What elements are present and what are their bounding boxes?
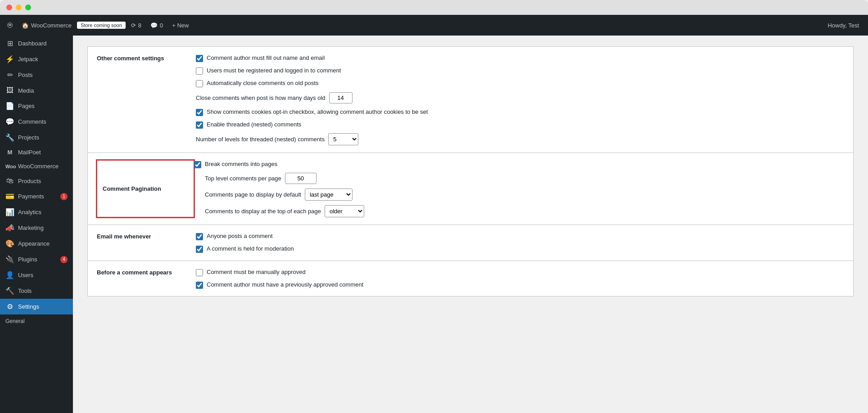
comments-per-page-input[interactable] [285,173,316,184]
new-content-button[interactable]: + New [168,20,192,31]
sidebar-item-jetpack[interactable]: ⚡ Jetpack [0,51,73,67]
sidebar-label: MailPoet [18,149,41,156]
checkbox-author-name-email[interactable] [196,55,203,62]
home-link[interactable]: 🏠 WooCommerce [18,20,75,31]
checkbox-row-cookies-opt-in: Show comments cookies opt-in checkbox, a… [196,108,844,116]
projects-icon: 🔧 [5,133,14,142]
settings-row-comment-pagination: Comment Pagination Break comments into p… [88,153,853,224]
sidebar-label: Analytics [18,209,41,215]
display-top-select[interactable]: oldernewer [325,205,364,217]
media-icon: 🖼 [5,86,14,94]
marketing-icon: 📣 [5,224,14,232]
subsection-indent-pagination: Top level comments per page Comments pag… [194,173,844,217]
checkbox-label-cookies-opt-in: Show comments cookies opt-in checkbox, a… [207,108,428,116]
checkbox-row-threaded-comments: Enable threaded (nested) comments [196,121,844,129]
store-coming-soon-badge[interactable]: Store coming soon [77,22,126,29]
checkbox-held-for-moderation[interactable] [196,246,203,253]
sidebar-label: Marketing [18,224,44,231]
checkbox-label-anyone-posts: Anyone posts a comment [207,232,273,240]
users-icon: 👤 [5,271,14,279]
checkbox-label-held-for-moderation: A comment is held for moderation [207,245,294,253]
checkbox-previously-approved[interactable] [196,282,203,289]
checkbox-cookies-opt-in[interactable] [196,109,203,116]
sidebar-label: WooCommerce [18,163,59,170]
checkbox-manually-approved[interactable] [196,269,203,276]
tools-icon: 🔨 [5,287,14,295]
sidebar-item-comments[interactable]: 💬 Comments [0,114,73,130]
section-label-email-whenever: Email me whenever [97,232,196,253]
jetpack-icon: ⚡ [5,55,14,63]
sidebar-item-plugins[interactable]: 🔌 Plugins 4 [0,251,73,267]
checkbox-label-threaded-comments: Enable threaded (nested) comments [207,121,301,129]
maximize-button[interactable] [25,4,31,10]
wp-logo[interactable]: W [4,19,16,31]
woocommerce-icon: Woo [5,164,14,169]
sidebar-item-users[interactable]: 👤 Users [0,267,73,283]
window-chrome [0,0,868,15]
checkbox-registered-logged-in[interactable] [196,67,203,75]
checkbox-row-previously-approved: Comment author must have a previously ap… [196,281,844,289]
close-button[interactable] [6,4,12,10]
sidebar-item-tools[interactable]: 🔨 Tools [0,283,73,299]
default-page-select[interactable]: first pagelast page [305,189,353,201]
sidebar-label: Posts [18,72,33,78]
checkbox-row-auto-close: Automatically close comments on old post… [196,79,844,87]
settings-content-comment-pagination: Break comments into pages Top level comm… [194,160,844,217]
checkbox-threaded-comments[interactable] [196,121,203,129]
dashboard-icon: ⊞ [5,39,14,48]
checkbox-row-registered-logged-in: Users must be registered and logged in t… [196,67,844,75]
sidebar-item-marketing[interactable]: 📣 Marketing [0,220,73,236]
settings-section-email-whenever: Email me whenever Anyone posts a comment… [87,225,854,260]
sidebar-footer-general[interactable]: General [0,314,73,328]
sidebar-item-projects[interactable]: 🔧 Projects [0,130,73,145]
sidebar-item-pages[interactable]: 📄 Pages [0,98,73,114]
sidebar-label: Users [18,272,33,278]
sidebar-item-settings[interactable]: ⚙ Settings [0,299,73,314]
sidebar-item-analytics[interactable]: 📊 Analytics [0,204,73,220]
sidebar-label: Plugins [18,256,37,263]
home-icon: 🏠 [22,22,29,29]
checkbox-break-into-pages[interactable] [194,161,201,168]
appearance-icon: 🎨 [5,239,14,248]
payments-badge: 1 [60,193,68,200]
sidebar-item-mailpoet[interactable]: M MailPoet [0,145,73,159]
close-days-input[interactable] [329,92,353,103]
settings-content-email-whenever: Anyone posts a comment A comment is held… [196,232,844,253]
updates-icon: ⟳ [131,22,136,29]
sidebar-item-payments[interactable]: 💳 Payments 1 [0,189,73,204]
checkbox-label-break-into-pages: Break comments into pages [205,160,277,168]
settings-row-before-comment: Before a comment appears Comment must be… [88,261,853,296]
sidebar-label: Jetpack [18,56,38,63]
checkbox-label-previously-approved: Comment author must have a previously ap… [207,281,363,289]
payments-icon: 💳 [5,192,14,201]
checkbox-row-anyone-posts: Anyone posts a comment [196,232,844,240]
minimize-button[interactable] [16,4,22,10]
sidebar-item-woocommerce[interactable]: Woo WooCommerce [0,159,73,173]
sidebar-label: Tools [18,287,32,294]
home-label: WooCommerce [31,22,72,29]
checkbox-row-manually-approved: Comment must be manually approved [196,268,844,276]
pages-icon: 📄 [5,102,14,110]
comments-link[interactable]: 💬 0 [147,20,167,31]
sidebar-label: Products [18,178,41,184]
sidebar-item-media[interactable]: 🖼 Media [0,83,73,98]
sidebar-label: Dashboard [18,40,47,47]
checkbox-auto-close[interactable] [196,80,203,87]
main-content: Other comment settings Comment author mu… [73,36,868,413]
inline-label-threaded-levels: Number of levels for threaded (nested) c… [196,136,325,143]
admin-bar: W 🏠 WooCommerce Store coming soon ⟳ 8 💬 … [0,15,868,36]
settings-section-before-comment: Before a comment appears Comment must be… [87,261,854,296]
sidebar-item-products[interactable]: 🛍 Products [0,173,73,189]
sidebar-item-dashboard[interactable]: ⊞ Dashboard [0,36,73,51]
updates-link[interactable]: ⟳ 8 [127,20,145,31]
settings-row-email-whenever: Email me whenever Anyone posts a comment… [88,225,853,260]
checkbox-row-author-name-email: Comment author must fill out name and em… [196,54,844,62]
sidebar-item-posts[interactable]: ✏ Posts [0,67,73,83]
inline-input-row-default-page: Comments page to display by default firs… [205,189,844,201]
new-label: + New [172,22,189,29]
sidebar-item-appearance[interactable]: 🎨 Appearance [0,236,73,251]
posts-icon: ✏ [5,71,14,79]
threaded-levels-select[interactable]: 12345678910 [328,133,358,145]
checkbox-anyone-posts[interactable] [196,233,203,240]
sidebar-label: Pages [18,103,35,109]
